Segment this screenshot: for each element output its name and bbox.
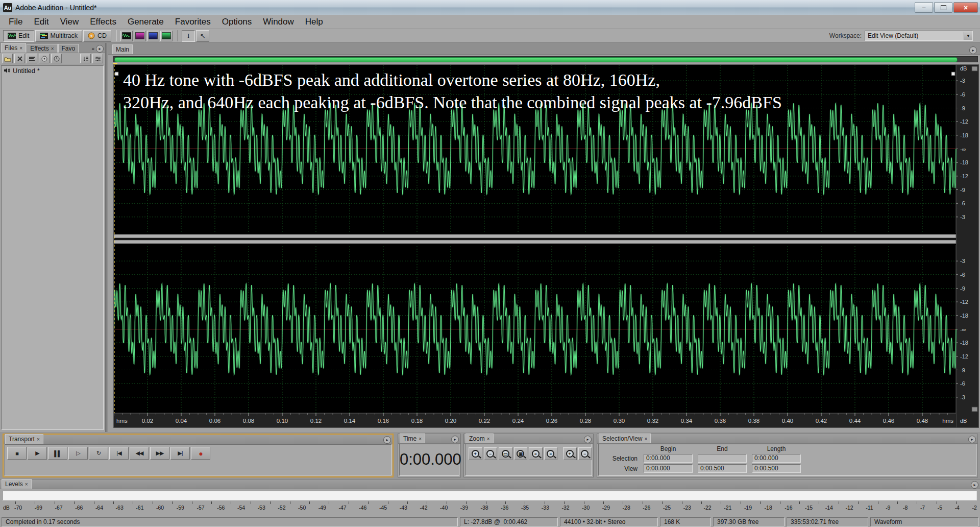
close-tab-icon[interactable]: × (37, 437, 40, 442)
pause-button[interactable]: ▌▌ (48, 447, 67, 460)
panel-menu-button[interactable]: ▸ (584, 436, 592, 443)
menu-file[interactable]: File (3, 16, 28, 28)
time-ruler-label: 0.22 (479, 418, 490, 424)
panel-menu-button[interactable]: ▸ (96, 45, 104, 53)
cd-view-button[interactable]: CD (83, 30, 111, 42)
level-scale-label: -50 (298, 505, 306, 511)
zoom-to-selection-button[interactable]: ▣ (514, 447, 528, 460)
time-ruler[interactable] (114, 413, 956, 427)
sort-files-button[interactable] (80, 54, 91, 63)
selection-length-field[interactable]: 0:00.000 (752, 454, 801, 463)
spectral-phase-display-button[interactable] (160, 31, 173, 41)
panel-menu-button[interactable]: ▸ (969, 46, 977, 54)
insert-into-multitrack-button[interactable] (27, 54, 37, 63)
panel-menu-button[interactable]: ▸ (451, 436, 459, 443)
edit-view-button[interactable]: Edit (3, 30, 34, 42)
zoom-out-horizontal-button[interactable]: − (484, 447, 498, 460)
zoom-in-right-edge-button[interactable]: » (544, 447, 558, 460)
menu-edit[interactable]: Edit (28, 16, 54, 28)
scrub-tool-button[interactable]: ↖ (196, 30, 209, 42)
maximize-button[interactable] (934, 2, 952, 13)
vertical-zoom-button[interactable] (972, 407, 977, 412)
level-scale-label: -59 (177, 505, 184, 511)
tab-main[interactable]: Main (112, 44, 133, 54)
tab-time[interactable]: Time× (400, 434, 425, 443)
close-tab-icon[interactable]: × (51, 46, 54, 52)
play-button[interactable]: ▶ (28, 447, 47, 460)
close-tab-icon[interactable]: × (487, 436, 490, 442)
view-begin-field[interactable]: 0:00.000 (644, 464, 693, 473)
menu-generate[interactable]: Generate (122, 16, 169, 28)
file-list[interactable]: Untitled * (1, 65, 104, 430)
edit-view-label: Edit (18, 32, 30, 39)
tab-favorites[interactable]: Favo (58, 44, 79, 53)
level-meter[interactable] (2, 491, 977, 500)
magnifier-icon: − (581, 450, 589, 458)
panel-menu-button[interactable]: ▸ (968, 436, 976, 443)
close-tab-icon[interactable]: × (419, 436, 422, 442)
close-file-button[interactable] (14, 54, 25, 63)
close-tab-icon[interactable]: × (25, 482, 28, 487)
time-ruler-unit: hms (116, 418, 128, 424)
selection-handle-right[interactable] (951, 72, 955, 76)
range-bar-thumb[interactable] (114, 57, 958, 62)
menu-window[interactable]: Window (257, 16, 299, 28)
selection-handle-left[interactable] (115, 72, 118, 76)
menu-view[interactable]: View (55, 16, 85, 28)
rewind-button[interactable]: ◀◀ (130, 447, 149, 460)
time-selection-tool-button[interactable]: I (182, 30, 195, 42)
selection-end-field[interactable] (698, 454, 747, 463)
play-from-cursor-button[interactable]: ▷ (68, 447, 88, 460)
title-bar[interactable]: Au Adobe Audition - Untitled* – × (0, 0, 980, 15)
zoom-full-button[interactable]: ▭ (499, 447, 512, 460)
play-looped-button[interactable]: ↻ (89, 447, 108, 460)
file-list-item[interactable]: Untitled * (2, 66, 103, 75)
tab-levels[interactable]: Levels× (2, 479, 32, 489)
file-properties-button[interactable] (51, 54, 62, 63)
close-tab-icon[interactable]: × (645, 436, 648, 442)
stop-button[interactable]: ■ (7, 447, 27, 460)
go-to-end-button[interactable]: ▶| (170, 447, 190, 460)
tab-effects[interactable]: Effects× (27, 44, 57, 53)
tab-selection-view[interactable]: Selection/View× (599, 434, 651, 443)
tab-zoom[interactable]: Zoom× (465, 434, 494, 443)
channel-divider-bar[interactable] (114, 234, 956, 238)
level-scale-label: -56 (217, 505, 225, 511)
chevron-down-icon[interactable]: ▼ (964, 32, 972, 40)
zoom-in-left-edge-button[interactable]: « (529, 447, 543, 460)
view-length-field[interactable]: 0:00.500 (752, 464, 801, 473)
tab-transport[interactable]: Transport× (5, 434, 43, 444)
panel-menu-button[interactable]: ▸ (971, 481, 978, 489)
record-button[interactable]: ● (191, 447, 210, 460)
waveform-display[interactable]: dB-3-6-9-12-18-∞-18-12-9-6-3-3-6-9-12-18… (114, 65, 978, 427)
menu-favorites[interactable]: Favorites (169, 16, 216, 28)
import-file-button[interactable] (2, 54, 13, 63)
menu-help[interactable]: Help (300, 16, 329, 28)
multitrack-view-button[interactable]: Multitrack (35, 30, 82, 42)
zoom-in-horizontal-button[interactable]: + (469, 447, 482, 460)
spectral-frequency-display-button[interactable] (134, 31, 146, 41)
tab-files[interactable]: Files× (1, 43, 26, 53)
insert-into-cd-button[interactable] (39, 54, 50, 63)
minimize-button[interactable]: – (915, 2, 933, 13)
spectral-pan-display-button[interactable] (147, 31, 159, 41)
close-button[interactable]: × (953, 2, 978, 13)
magnifier-icon: » (547, 450, 554, 458)
vertical-zoom-button[interactable] (972, 66, 977, 71)
horizontal-range-bar[interactable] (113, 56, 978, 62)
selection-begin-field[interactable]: 0:00.000 (644, 454, 693, 463)
waveform-display-button[interactable] (120, 31, 133, 41)
panel-menu-button[interactable]: ▸ (383, 436, 391, 444)
advanced-options-button[interactable] (92, 54, 103, 63)
fast-forward-button[interactable]: ▶▶ (150, 447, 169, 460)
view-end-field[interactable]: 0:00.500 (698, 464, 747, 473)
zoom-out-vertical-button[interactable]: − (578, 447, 592, 460)
workspace-dropdown[interactable]: Edit View (Default) ▼ (865, 31, 973, 41)
go-to-beginning-button[interactable]: |◀ (109, 447, 129, 460)
zoom-in-vertical-button[interactable]: + (563, 447, 577, 460)
menu-options[interactable]: Options (216, 16, 258, 28)
tab-overflow-icon[interactable]: » (91, 46, 94, 52)
menu-effects[interactable]: Effects (84, 16, 122, 28)
close-tab-icon[interactable]: × (19, 45, 22, 51)
channel-divider-bar[interactable] (114, 240, 956, 244)
